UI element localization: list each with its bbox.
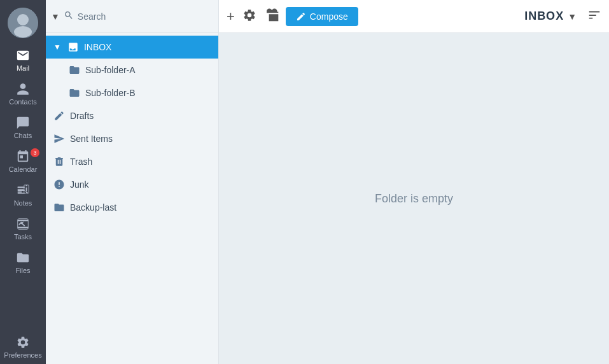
folder-item-junk[interactable]: Junk bbox=[46, 173, 218, 196]
folder-item-drafts[interactable]: Drafts bbox=[46, 104, 218, 127]
inbox-expand-arrow: ▼ bbox=[53, 43, 61, 52]
content-area: Folder is empty bbox=[219, 33, 609, 364]
nav-calendar-label: Calendar bbox=[9, 165, 38, 173]
nav-notes-label: Notes bbox=[14, 199, 32, 207]
folder-item-subfolder-b[interactable]: Sub-folder-B bbox=[46, 81, 218, 104]
folder-item-inbox[interactable]: ▼ INBOX bbox=[46, 36, 218, 59]
folder-list: ▼ INBOX Sub-folder-A Sub-folder-B Drafts… bbox=[46, 33, 218, 364]
sort-button[interactable] bbox=[587, 8, 601, 25]
compose-icon bbox=[296, 11, 306, 22]
sidebar-item-contacts[interactable]: Contacts bbox=[0, 77, 46, 111]
main-area: + Compose INBOX ▼ Folder is empty bbox=[219, 0, 609, 364]
nav-tasks-label: Tasks bbox=[14, 233, 32, 241]
nav-chats-label: Chats bbox=[14, 132, 32, 139]
junk-label: Junk bbox=[70, 179, 89, 190]
folder-item-subfolder-a[interactable]: Sub-folder-A bbox=[46, 59, 218, 81]
top-bar: + Compose INBOX ▼ bbox=[219, 0, 609, 33]
nav-bar: Mail Contacts Chats Calendar 3 Notes Tas… bbox=[0, 0, 46, 364]
folder-item-trash[interactable]: Trash bbox=[46, 150, 218, 173]
nav-preferences-label: Preferences bbox=[4, 351, 41, 359]
sidebar-item-tasks[interactable]: Tasks bbox=[0, 212, 46, 246]
subfolder-b-icon bbox=[69, 87, 80, 99]
folder-item-backup[interactable]: Backup-last bbox=[46, 196, 218, 219]
compose-label: Compose bbox=[310, 11, 348, 22]
trash-icon bbox=[53, 156, 65, 167]
search-label: Search bbox=[78, 11, 106, 22]
nav-contacts-label: Contacts bbox=[9, 98, 36, 106]
sidebar-item-chats[interactable]: Chats bbox=[0, 111, 46, 144]
folder-item-sent[interactable]: Sent Items bbox=[46, 127, 218, 150]
sidebar-collapse-arrow[interactable]: ▼ bbox=[51, 11, 60, 22]
sent-icon bbox=[53, 133, 65, 144]
inbox-title-area: INBOX ▼ bbox=[524, 10, 577, 23]
move-button[interactable] bbox=[267, 8, 281, 25]
drafts-icon bbox=[53, 110, 65, 122]
drafts-label: Drafts bbox=[70, 111, 94, 121]
add-button[interactable]: + bbox=[227, 8, 235, 25]
inbox-title-text: INBOX bbox=[524, 10, 564, 23]
compose-button[interactable]: Compose bbox=[286, 7, 358, 26]
svg-point-2 bbox=[14, 26, 32, 38]
svg-point-1 bbox=[17, 14, 29, 25]
avatar[interactable] bbox=[8, 8, 38, 38]
calendar-badge: 3 bbox=[31, 148, 39, 157]
backup-label: Backup-last bbox=[70, 202, 116, 213]
inbox-dropdown-arrow[interactable]: ▼ bbox=[568, 11, 577, 22]
sidebar-item-preferences[interactable]: Preferences bbox=[0, 330, 46, 364]
junk-icon bbox=[53, 179, 65, 190]
subfolder-a-label: Sub-folder-A bbox=[85, 65, 136, 75]
inbox-label: INBOX bbox=[84, 42, 112, 52]
empty-message: Folder is empty bbox=[375, 192, 453, 206]
sidebar-item-mail[interactable]: Mail bbox=[0, 43, 46, 77]
nav-mail-label: Mail bbox=[17, 64, 29, 72]
sidebar-item-files[interactable]: Files bbox=[0, 246, 46, 279]
nav-files-label: Files bbox=[15, 267, 30, 274]
sidebar: ▼ Search ▼ INBOX Sub-folder-A Sub-folder… bbox=[46, 0, 219, 364]
search-icon bbox=[64, 10, 74, 23]
subfolder-a-icon bbox=[69, 64, 80, 76]
sidebar-item-notes[interactable]: Notes bbox=[0, 178, 46, 212]
sent-label: Sent Items bbox=[70, 134, 113, 144]
subfolder-b-label: Sub-folder-B bbox=[85, 88, 136, 98]
sidebar-item-calendar[interactable]: Calendar 3 bbox=[0, 144, 46, 178]
backup-icon bbox=[53, 202, 65, 213]
settings-button[interactable] bbox=[242, 8, 256, 25]
sidebar-search-area[interactable]: ▼ Search bbox=[46, 0, 218, 33]
trash-label: Trash bbox=[70, 157, 92, 167]
inbox-icon bbox=[67, 41, 79, 53]
